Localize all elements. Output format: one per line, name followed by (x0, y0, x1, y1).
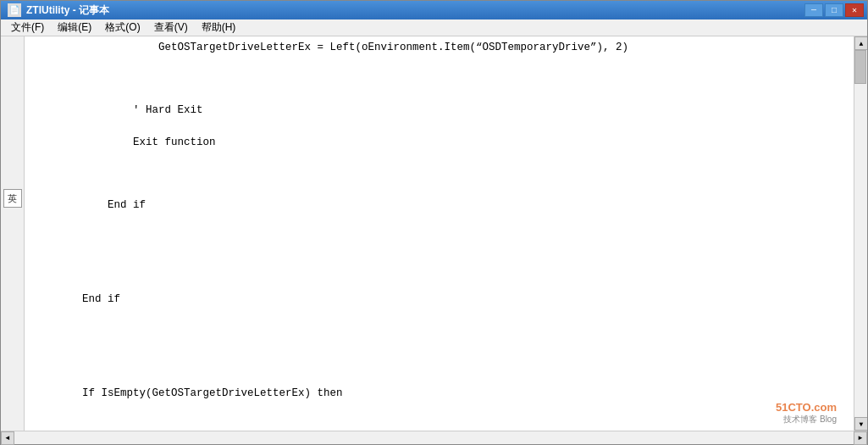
code-line-11 (31, 354, 847, 370)
code-line-10 (31, 324, 847, 339)
code-line-12: If IsEmpty(GetOSTargetDriveLetterEx) the… (31, 386, 847, 402)
scroll-track[interactable] (854, 50, 867, 417)
code-line-5 (31, 166, 847, 181)
app-icon: 📄 (8, 3, 21, 17)
code-line-13 (31, 418, 847, 431)
title-bar: 📄 ZTIUtility - 记事本 ─ □ ✕ (1, 1, 867, 19)
menu-view[interactable]: 查看(V) (147, 19, 195, 36)
horizontal-scrollbar[interactable]: ◄ ► (1, 431, 867, 444)
code-content: GetOSTargetDriveLetterEx = Left(oEnviron… (31, 40, 847, 431)
menu-file[interactable]: 文件(F) (4, 19, 51, 36)
code-line-9: End if (31, 292, 847, 308)
code-line-2 (31, 72, 847, 87)
code-line-7 (31, 230, 847, 245)
minimize-button[interactable]: ─ (804, 3, 823, 17)
menu-edit[interactable]: 编辑(E) (51, 19, 98, 36)
scroll-down-button[interactable]: ▼ (854, 417, 867, 431)
vertical-scrollbar[interactable]: ▲ ▼ (854, 36, 867, 431)
code-editor[interactable]: GetOSTargetDriveLetterEx = Left(oEnviron… (25, 36, 854, 431)
window-controls: ─ □ ✕ (804, 3, 864, 17)
title-bar-left: 📄 ZTIUtility - 记事本 (8, 3, 109, 18)
code-line-6: End if (31, 197, 847, 214)
menu-bar: 文件(F) 编辑(E) 格式(O) 查看(V) 帮助(H) (1, 19, 867, 36)
code-line-8 (31, 260, 847, 275)
maximize-button[interactable]: □ (825, 3, 843, 17)
code-line-4: Exit function (31, 135, 847, 151)
menu-help[interactable]: 帮助(H) (195, 19, 243, 36)
main-window: 📄 ZTIUtility - 记事本 ─ □ ✕ 文件(F) 编辑(E) 格式(… (0, 0, 868, 445)
close-button[interactable]: ✕ (845, 3, 864, 17)
editor-container: 英 GetOSTargetDriveLetterEx = Left(oEnvir… (1, 36, 867, 431)
menu-format[interactable]: 格式(O) (98, 19, 147, 36)
scroll-right-button[interactable]: ► (854, 431, 867, 445)
left-panel: 英 (1, 36, 25, 431)
scroll-up-button[interactable]: ▲ (854, 36, 867, 50)
code-line-3: ' Hard Exit (31, 103, 847, 119)
language-badge[interactable]: 英 (3, 189, 22, 208)
scroll-left-button[interactable]: ◄ (1, 431, 14, 445)
scroll-thumb[interactable] (854, 50, 866, 84)
window-title: ZTIUtility - 记事本 (26, 3, 109, 18)
code-line-1: GetOSTargetDriveLetterEx = Left(oEnviron… (31, 40, 847, 56)
